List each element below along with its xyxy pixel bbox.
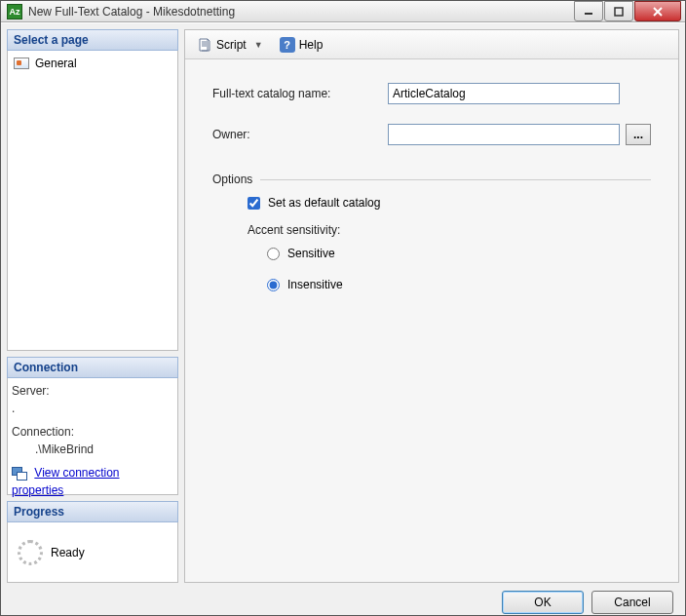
accent-sensitive-radio[interactable] [267,248,280,260]
progress-status: Ready [51,546,85,559]
body-area: Select a page General Connection Server:… [1,22,685,589]
footer: OK Cancel [1,589,685,615]
accent-insensitive-label[interactable]: Insensitive [287,278,343,291]
page-item-label: General [35,57,77,70]
options-body: Set as default catalog Accent sensitivit… [212,196,651,291]
page-item-general[interactable]: General [12,55,173,72]
minimize-button[interactable] [574,1,603,21]
owner-label: Owner: [212,128,388,141]
accent-sensitivity-label: Accent sensitivity: [248,223,651,237]
owner-input[interactable] [388,124,620,145]
page-list: General [7,51,178,351]
options-label: Options [212,173,252,186]
connection-header: Connection [7,357,178,378]
accent-options: Sensitive Insensitive [248,247,651,291]
server-value: . [12,400,173,417]
titlebar: Az New Full-Text Catalog - Mikesdotnetti… [1,1,685,22]
divider [260,179,651,180]
progress-header: Progress [7,501,178,522]
accent-insensitive-row: Insensitive [267,278,651,291]
owner-browse-button[interactable]: ... [626,124,651,145]
default-catalog-label[interactable]: Set as default catalog [268,196,380,210]
dialog-window: Az New Full-Text Catalog - Mikesdotnetti… [0,0,686,616]
window-controls [573,1,681,21]
right-pane: Script ▼ ? Help Full-text catalog name: … [184,29,679,583]
ok-button[interactable]: OK [502,591,584,614]
accent-insensitive-radio[interactable] [267,279,280,291]
close-button[interactable] [634,1,681,21]
progress-panel: Progress Ready [7,501,178,583]
script-label: Script [216,38,247,52]
accent-sensitive-row: Sensitive [267,247,651,260]
default-catalog-row: Set as default catalog [248,196,651,210]
catalog-name-row: Full-text catalog name: [212,83,651,104]
connection-properties-icon [12,467,27,481]
default-catalog-checkbox[interactable] [248,197,260,210]
toolbar: Script ▼ ? Help [185,30,678,59]
select-page-panel: Select a page General [7,29,178,351]
server-label: Server: [12,382,173,400]
accent-sensitive-label[interactable]: Sensitive [287,247,335,260]
progress-body: Ready [7,522,178,583]
connection-value: .\MikeBrind [12,441,173,458]
progress-spinner-icon [18,540,43,565]
options-header: Options [212,173,651,186]
form-area: Full-text catalog name: Owner: ... Optio… [185,59,678,582]
connection-body: Server: . Connection: .\MikeBrind View c… [7,378,178,495]
cancel-button[interactable]: Cancel [591,591,673,614]
help-label: Help [299,38,324,52]
script-button[interactable]: Script [193,35,250,55]
view-connection-properties-link[interactable]: View connection properties [12,466,120,497]
view-connection-row: View connection properties [12,464,173,499]
window-title: New Full-Text Catalog - Mikesdotnetting [28,5,573,19]
connection-panel: Connection Server: . Connection: .\MikeB… [7,357,178,495]
svg-rect-1 [615,8,623,16]
select-page-header: Select a page [7,29,178,51]
help-icon: ? [280,37,295,53]
script-icon [197,37,212,53]
left-pane: Select a page General Connection Server:… [7,29,178,583]
help-button[interactable]: ? Help [276,35,327,55]
owner-row: Owner: ... [212,124,651,145]
catalog-name-input[interactable] [388,83,620,104]
connection-label: Connection: [12,423,173,441]
maximize-button[interactable] [604,1,633,21]
script-dropdown-icon[interactable]: ▼ [254,40,264,50]
page-icon [14,58,29,69]
catalog-name-label: Full-text catalog name: [212,87,388,100]
app-icon: Az [7,4,22,19]
